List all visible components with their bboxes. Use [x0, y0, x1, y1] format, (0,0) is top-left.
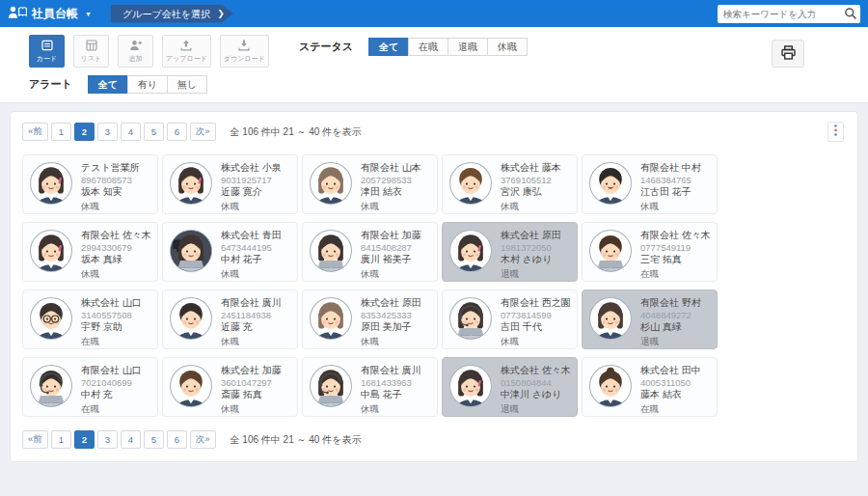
- phone-number: 2057298533: [361, 175, 421, 186]
- alert-filter-button[interactable]: 全て: [88, 75, 128, 94]
- list-icon: [85, 39, 98, 52]
- company-name: 有限会社 廣川: [361, 365, 421, 377]
- employee-card[interactable]: 有限会社 加藤8415408287廣川 裕美子休職: [302, 222, 438, 282]
- employee-card[interactable]: 株式会社 青田6473444195中村 花子休職: [162, 222, 298, 282]
- employee-card[interactable]: 有限会社 山口7021040699中村 充在職: [22, 357, 158, 417]
- toolbar: カードリスト追加アップロードダウンロード アラート 全て有り無し ステータス 全…: [0, 27, 868, 103]
- employee-card[interactable]: 有限会社 廣川1681433963中島 花子休職: [302, 357, 438, 417]
- avatar-man-headset: [29, 364, 73, 408]
- page-prev-button[interactable]: «前: [22, 430, 48, 449]
- employee-info: 株式会社 田中4005311050藤本 結衣在職: [640, 364, 701, 416]
- view-button-label: リスト: [81, 54, 102, 64]
- employee-card[interactable]: 株式会社 小泉9031925717近藤 寛介休職: [162, 154, 298, 214]
- phone-number: 2994330679: [81, 242, 151, 254]
- page-button-2[interactable]: 2: [74, 430, 95, 449]
- page-prev-button[interactable]: «前: [22, 123, 48, 141]
- phone-number: 6473444195: [221, 242, 282, 254]
- employee-name: 江古田 花子: [640, 186, 701, 199]
- page-button-5[interactable]: 5: [144, 430, 164, 449]
- employee-card[interactable]: 有限会社 佐々木0777549119三宅 拓真在職: [582, 222, 718, 282]
- avatar-boy-laugh: [588, 161, 633, 206]
- status-filter-button[interactable]: 休職: [487, 38, 528, 56]
- page-button-1[interactable]: 1: [51, 123, 71, 141]
- search-icon[interactable]: [844, 7, 857, 20]
- page-button-6[interactable]: 6: [167, 123, 187, 141]
- employee-card[interactable]: 株式会社 佐々木0150804844中津川 さゆり退職: [442, 357, 578, 417]
- view-button-download[interactable]: ダウンロード: [220, 35, 269, 68]
- employee-name: 津田 結衣: [361, 186, 421, 199]
- app-logo-menu[interactable]: 社員台帳 ▼: [8, 5, 92, 22]
- avatar-man-glasses: [29, 296, 73, 341]
- status-label: 退職: [501, 268, 561, 281]
- employee-card[interactable]: 株式会社 原田8353425333原田 美加子休職: [302, 289, 438, 349]
- alert-filter-button[interactable]: 無し: [167, 75, 207, 94]
- employee-card[interactable]: 有限会社 中村1468384765江古田 花子休職: [582, 154, 718, 214]
- employee-card[interactable]: 株式会社 藤本3769105512宮沢 康弘休職: [442, 154, 578, 214]
- page-button-3[interactable]: 3: [97, 430, 118, 449]
- employee-card[interactable]: テスト営業所8967808573坂本 知実休職: [22, 154, 158, 214]
- status-label: 休職: [501, 201, 561, 213]
- status-label: 休職: [81, 268, 151, 281]
- status-label: 休職: [361, 336, 421, 348]
- avatar-woman-laptop: [309, 229, 353, 273]
- status-label: 休職: [361, 201, 421, 213]
- phone-number: 8415408287: [361, 242, 421, 254]
- page-button-1[interactable]: 1: [51, 430, 71, 449]
- page-button-4[interactable]: 4: [121, 123, 141, 141]
- employee-card[interactable]: 有限会社 廣川2451184938近藤 充休職: [162, 289, 298, 349]
- avatar-man-black: [169, 296, 213, 341]
- view-button-upload[interactable]: アップロード: [162, 35, 211, 68]
- view-button-person-add[interactable]: 追加: [118, 35, 153, 68]
- phone-number: 0150804844: [501, 377, 571, 389]
- group-company-select-button[interactable]: グループ会社を選択 ❯: [111, 5, 233, 23]
- employee-info: 有限会社 加藤8415408287廣川 裕美子休職: [361, 229, 421, 281]
- results-panel: «前123456次» 全 106 件中 21 ～ 40 件を表示 テスト営業所8…: [10, 111, 858, 462]
- page-button-5[interactable]: 5: [144, 123, 164, 141]
- view-button-list[interactable]: リスト: [73, 35, 109, 68]
- employee-card[interactable]: 株式会社 原田1981372050木村 さゆり退職: [442, 222, 578, 282]
- phone-number: 3769105512: [501, 175, 561, 186]
- phone-number: 9031925717: [221, 175, 282, 186]
- status-label: 休職: [640, 201, 701, 213]
- company-name: 株式会社 山口: [81, 297, 142, 310]
- alert-filter-button[interactable]: 有り: [127, 75, 168, 94]
- employee-card[interactable]: 株式会社 山口3140557508宇野 京助在職: [22, 289, 158, 349]
- phone-number: 1468384765: [640, 175, 701, 186]
- employee-directory-app: 社員台帳 ▼ グループ会社を選択 ❯ カードリスト追加アップロードダウンロード …: [0, 0, 868, 496]
- status-label: 休職: [361, 403, 421, 416]
- view-button-card[interactable]: カード: [29, 35, 65, 68]
- employee-card[interactable]: 有限会社 山本2057298533津田 結衣休職: [302, 154, 438, 214]
- employee-card[interactable]: 有限会社 野村4048849272杉山 真緑退職: [582, 289, 718, 349]
- company-name: 有限会社 野村: [640, 297, 701, 310]
- employee-card[interactable]: 有限会社 西之園0773814599吉田 千代休職: [442, 289, 578, 349]
- page-next-button[interactable]: 次»: [190, 430, 216, 449]
- status-filter-button[interactable]: 退職: [448, 38, 488, 56]
- employee-name: 坂本 真緑: [81, 254, 151, 266]
- print-button[interactable]: [772, 40, 804, 68]
- employee-card[interactable]: 株式会社 加藤3601047297斎藤 拓真休職: [162, 357, 298, 417]
- page-button-6[interactable]: 6: [167, 430, 187, 449]
- status-label: 休職: [221, 268, 282, 281]
- employee-name: 斎藤 拓真: [221, 389, 282, 401]
- view-button-label: カード: [37, 54, 57, 64]
- employee-info: 株式会社 青田6473444195中村 花子休職: [221, 229, 282, 281]
- page-button-4[interactable]: 4: [121, 430, 141, 449]
- status-label: ステータス: [299, 40, 353, 54]
- status-filter-button[interactable]: 在職: [408, 38, 448, 56]
- search-input[interactable]: [718, 9, 844, 19]
- status-label: 休職: [361, 268, 421, 281]
- download-icon: [237, 39, 251, 52]
- avatar-woman-older: [309, 296, 353, 341]
- employee-info: 株式会社 小泉9031925717近藤 寛介休職: [221, 161, 282, 213]
- page-next-button[interactable]: 次»: [190, 123, 216, 141]
- page-button-3[interactable]: 3: [97, 123, 118, 141]
- page-button-2[interactable]: 2: [74, 123, 95, 141]
- employee-name: 宇野 京助: [81, 321, 142, 334]
- upload-icon: [179, 39, 193, 52]
- employee-name: 中津川 さゆり: [501, 389, 571, 401]
- avatar-woman-older: [309, 161, 353, 206]
- employee-card[interactable]: 株式会社 田中4005311050藤本 結衣在職: [582, 357, 718, 417]
- employee-card[interactable]: 有限会社 佐々木2994330679坂本 真緑休職: [22, 222, 158, 282]
- status-filter-button[interactable]: 全て: [368, 38, 409, 56]
- options-menu-button[interactable]: [827, 122, 844, 142]
